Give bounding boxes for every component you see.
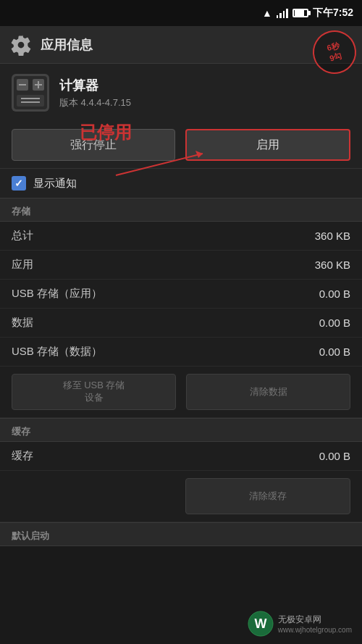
svg-rect-8 xyxy=(21,101,40,103)
storage-total-label: 总计 xyxy=(12,229,33,243)
notification-checkbox[interactable]: ✓ xyxy=(12,176,26,191)
app-icon xyxy=(12,74,49,112)
status-bar: ▲ 下午7:52 xyxy=(0,0,362,26)
default-launch-section-header: 默认启动 xyxy=(0,522,362,546)
svg-text:W: W xyxy=(254,616,266,631)
status-icons: ▲ 下午7:52 xyxy=(262,7,353,20)
storage-total-row: 总计 360 KB xyxy=(0,222,362,251)
header-title: 应用信息 xyxy=(41,36,93,54)
storage-data-value: 0.00 B xyxy=(319,317,350,329)
storage-usb-data-label: USB 存储（数据） xyxy=(12,345,102,359)
storage-usb-app-row: USB 存储（应用） 0.00 B xyxy=(0,280,362,309)
storage-data-label: 数据 xyxy=(12,316,33,330)
storage-section-header: 存储 xyxy=(0,198,362,222)
cache-label: 缓存 xyxy=(12,449,33,463)
cache-title: 缓存 xyxy=(12,426,30,437)
footer-site-text: 无极安卓网 www.wjhotelgroup.com xyxy=(278,614,352,634)
force-stop-button[interactable]: 强行停止 xyxy=(12,129,175,161)
app-header: 应用信息 xyxy=(0,26,362,64)
storage-usb-app-label: USB 存储（应用） xyxy=(12,287,102,301)
svg-rect-5 xyxy=(38,81,39,88)
storage-app-row: 应用 360 KB xyxy=(0,251,362,280)
svg-rect-7 xyxy=(21,98,40,99)
battery-icon xyxy=(292,9,308,17)
svg-rect-2 xyxy=(19,84,26,85)
enable-button[interactable]: 启用 xyxy=(185,129,350,161)
storage-title: 存储 xyxy=(12,206,30,217)
storage-data-row: 数据 0.00 B xyxy=(0,309,362,338)
storage-usb-app-value: 0.00 B xyxy=(319,288,350,300)
move-to-usb-button[interactable]: 移至 USB 存储设备 xyxy=(12,374,176,410)
storage-usb-data-value: 0.00 B xyxy=(319,346,350,358)
notification-label: 显示通知 xyxy=(33,177,77,191)
svg-rect-6 xyxy=(17,95,44,106)
footer-watermark: W 无极安卓网 www.wjhotelgroup.com xyxy=(248,611,352,637)
status-time: 下午7:52 xyxy=(313,7,353,20)
app-info-section: 计算器 版本 4.4.4-4.7.15 xyxy=(0,64,362,122)
storage-app-value: 360 KB xyxy=(315,259,350,271)
storage-action-buttons: 移至 USB 存储设备 清除数据 xyxy=(0,367,362,418)
cache-row: 缓存 0.00 B xyxy=(0,442,362,471)
signal-icon xyxy=(277,8,288,18)
app-name: 计算器 xyxy=(59,77,350,94)
storage-usb-data-row: USB 存储（数据） 0.00 B xyxy=(0,338,362,367)
cache-section-header: 缓存 xyxy=(0,418,362,442)
wuxian-logo-icon: W xyxy=(248,611,274,637)
checkmark-icon: ✓ xyxy=(14,177,23,189)
cache-value: 0.00 B xyxy=(319,450,350,462)
clear-cache-button[interactable]: 清除缓存 xyxy=(185,478,350,514)
cache-action-buttons: 清除缓存 xyxy=(0,471,362,522)
storage-app-label: 应用 xyxy=(12,258,33,272)
action-buttons: 强行停止 启用 xyxy=(0,122,362,168)
app-version: 版本 4.4.4-4.7.15 xyxy=(59,96,350,109)
storage-total-value: 360 KB xyxy=(315,230,350,242)
wifi-icon: ▲ xyxy=(262,7,272,19)
gear-icon xyxy=(10,34,32,56)
notification-section: ✓ 显示通知 xyxy=(0,168,362,198)
clear-data-button[interactable]: 清除数据 xyxy=(186,374,350,410)
default-launch-title: 默认启动 xyxy=(12,530,49,541)
app-details: 计算器 版本 4.4.4-4.7.15 xyxy=(59,77,350,109)
